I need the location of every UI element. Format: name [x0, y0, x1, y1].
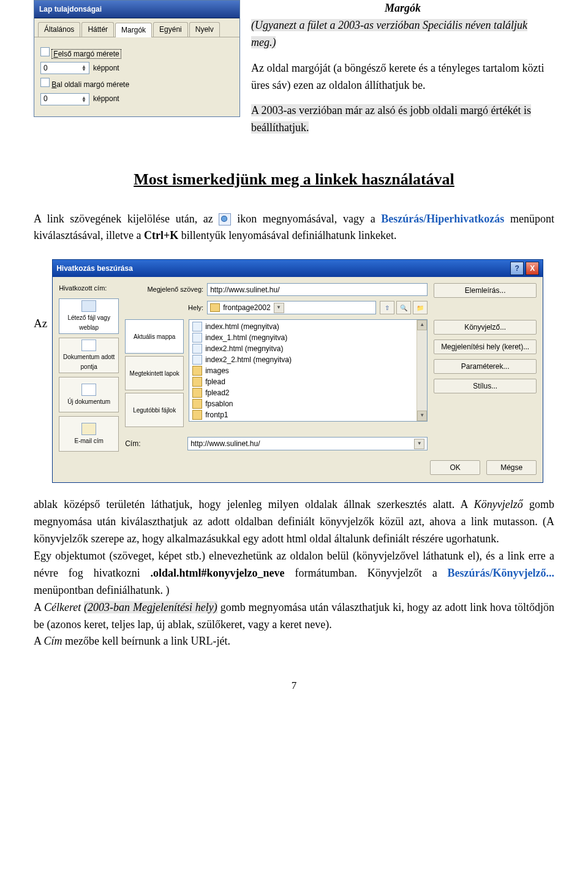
spinner-icon[interactable]: ▲▼ [81, 96, 86, 102]
list-item[interactable]: fplead2 [190, 387, 426, 398]
spinner-icon[interactable]: ▲▼ [81, 65, 86, 71]
top-margin-checkbox[interactable] [40, 47, 50, 56]
list-item[interactable]: index_1.html (megnyitva) [190, 332, 426, 343]
list-item[interactable]: frontp1 [190, 420, 426, 422]
paragraph: A 2003-as verzióban már az alsó és jobb … [251, 102, 554, 137]
section-heading: Most ismerkedjünk meg a linkek használat… [34, 167, 554, 192]
paragraph: A link szövegének kijelölése után, az ik… [34, 211, 554, 245]
scrollbar[interactable]: ▲▼ [417, 320, 427, 421]
browse-file-button[interactable]: 📁 [413, 301, 428, 314]
margins-panel: Felső margó mérete 0 ▲▼ képpont Bal olda… [34, 37, 239, 116]
target-frame-button[interactable]: Megjelenítési hely (keret)... [434, 339, 537, 354]
link-to-column: Hivatkozott cím: Létező fájl vagy weblap… [59, 283, 119, 452]
tab-margins[interactable]: Margók [115, 23, 152, 37]
tabs-bar: Általános Háttér Margók Egyéni Nyelv [34, 18, 239, 37]
folder-icon [192, 399, 202, 409]
new-document-icon [81, 384, 96, 396]
style-button[interactable]: Stílus... [434, 379, 537, 393]
scroll-up-icon[interactable]: ▲ [417, 320, 427, 330]
html-file-icon [192, 355, 202, 365]
unit-label: képpont [93, 93, 233, 105]
left-margin-label: Bal oldali margó mérete [40, 78, 233, 91]
html-file-icon [192, 344, 202, 354]
bookmark-button[interactable]: Könyvjelző... [434, 320, 537, 335]
tab-general[interactable]: Általános [38, 22, 80, 37]
globe-page-icon [81, 300, 96, 312]
list-item[interactable]: fplead [190, 376, 426, 387]
html-file-icon [192, 322, 202, 332]
scroll-down-icon[interactable]: ▼ [417, 411, 427, 421]
folder-icon [192, 366, 202, 376]
file-list[interactable]: index.html (megnyitva)index_1.html (megn… [189, 319, 428, 422]
page-number: 7 [34, 678, 554, 694]
address-label: Cím: [125, 438, 184, 450]
up-folder-button[interactable]: ⇧ [380, 301, 394, 314]
left-margin-checkbox[interactable] [40, 78, 50, 87]
link-to-email[interactable]: E-mail cím [59, 416, 119, 452]
version-note: (Ugyanezt a fület a 2003-as verzióban Sp… [251, 17, 554, 51]
folder-icon [210, 303, 220, 312]
close-button[interactable]: X [526, 262, 539, 275]
top-margin-input[interactable]: 0 ▲▼ [40, 62, 89, 74]
unit-label: képpont [93, 63, 233, 74]
paragraph: ablak középső területén láthatjuk, hogy … [34, 496, 554, 548]
dialog-titlebar: Hivatkozás beszúrása ? X [53, 260, 543, 277]
list-item[interactable]: index.html (megnyitva) [190, 321, 426, 332]
chevron-down-icon[interactable]: ▼ [414, 439, 424, 449]
link-to-existing[interactable]: Létező fájl vagy weblap [59, 298, 119, 334]
look-in-recent[interactable]: Legutóbbi fájlok [125, 393, 184, 427]
folder-icon [192, 421, 202, 422]
link-to-new[interactable]: Új dokumentum [59, 377, 119, 412]
dialog-title: Hivatkozás beszúrása [56, 263, 133, 275]
list-item[interactable]: index2_2.html (megnyitva) [190, 354, 426, 365]
envelope-icon [81, 423, 96, 435]
look-in-current[interactable]: Aktuális mappa [125, 319, 184, 354]
tab-custom[interactable]: Egyéni [153, 22, 188, 37]
insert-hyperlink-dialog: Hivatkozás beszúrása ? X Hivatkozott cím… [52, 259, 543, 483]
link-to-place[interactable]: Dokumentum adott pontja [59, 338, 119, 373]
dialog-title: Lap tulajdonságai [39, 4, 102, 15]
list-item[interactable]: fpsablon [190, 398, 426, 409]
help-button[interactable]: ? [510, 262, 524, 275]
list-item[interactable]: images [190, 365, 426, 376]
screentip-button[interactable]: Elemleírás... [434, 283, 537, 298]
list-item[interactable]: index2.html (megnyitva) [190, 343, 426, 354]
display-text-label: Megjelenő szöveg: [125, 284, 203, 295]
list-item[interactable]: frontp1 [190, 409, 426, 420]
tab-background[interactable]: Háttér [81, 22, 114, 37]
link-to-label: Hivatkozott cím: [59, 283, 119, 294]
ok-button[interactable]: OK [430, 460, 480, 475]
top-margin-label: Felső margó mérete [40, 47, 233, 60]
dialog-titlebar: Lap tulajdonságai [34, 1, 239, 18]
html-file-icon [192, 333, 202, 343]
chevron-down-icon[interactable]: ▼ [274, 303, 284, 313]
hyperlink-icon [219, 213, 231, 226]
left-margin-input[interactable]: 0 ▲▼ [40, 93, 89, 105]
folder-icon [192, 377, 202, 387]
paragraph: A Cím mezőbe kell beírnunk a link URL-jé… [34, 633, 554, 650]
address-combo[interactable]: http://www.sulinet.hu/ ▼ [187, 437, 428, 450]
page-properties-dialog: Lap tulajdonságai Általános Háttér Margó… [34, 0, 240, 117]
folder-icon [192, 410, 202, 420]
paragraph: Egy objektumot (szöveget, képet stb.) el… [34, 548, 554, 599]
location-combo[interactable]: frontpage2002 ▼ [207, 301, 376, 314]
parameters-button[interactable]: Paraméterek... [434, 359, 537, 374]
paragraph-lead: Az [34, 259, 47, 332]
cancel-button[interactable]: Mégse [486, 460, 537, 475]
tab-language[interactable]: Nyelv [189, 22, 220, 37]
browse-web-button[interactable]: 🔍 [396, 301, 411, 314]
paragraph: Az oldal margóját (a böngésző kerete és … [251, 60, 554, 94]
look-in-browsed[interactable]: Megtekintett lapok [125, 356, 184, 390]
section-title: Margók [251, 0, 554, 17]
document-icon [81, 339, 96, 351]
folder-icon [192, 388, 202, 398]
display-text-input[interactable] [207, 283, 428, 296]
paragraph: A Célkeret (2003-ban Megjelenítési hely)… [34, 599, 554, 634]
location-label: Hely: [125, 303, 203, 313]
